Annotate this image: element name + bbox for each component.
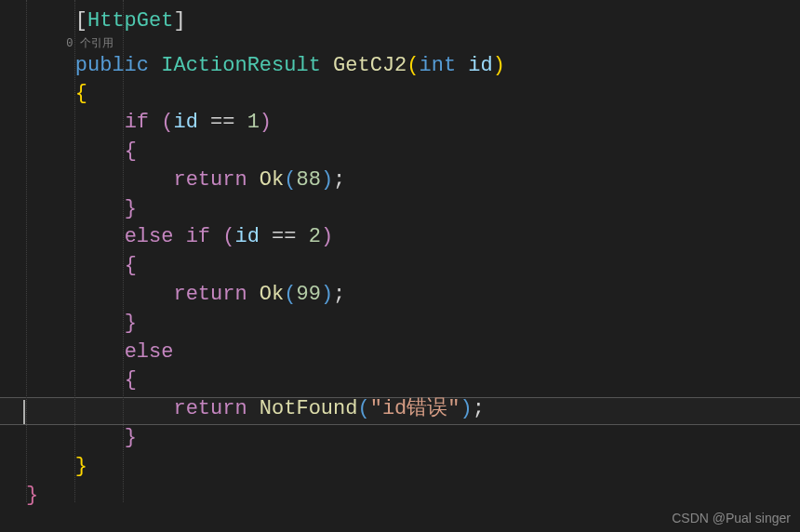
code-line[interactable]: return Ok(88);: [26, 166, 800, 195]
codelens-reference[interactable]: 0 个引用: [26, 36, 800, 52]
code-line[interactable]: {: [26, 138, 800, 166]
attribute-name: HttpGet: [87, 9, 173, 33]
code-line[interactable]: }: [26, 195, 800, 224]
method-ok: Ok: [260, 168, 284, 192]
keyword-int: int: [420, 54, 457, 77]
code-line[interactable]: else if (id == 2): [26, 223, 800, 252]
code-line[interactable]: return Ok(99);: [26, 281, 800, 310]
code-line[interactable]: public IActionResult GetCJ2(int id): [26, 52, 800, 81]
code-line[interactable]: {: [26, 80, 800, 109]
code-line[interactable]: [HttpGet]: [26, 7, 800, 36]
code-line[interactable]: return NotFound("id错误");: [26, 395, 800, 424]
code-line[interactable]: else: [26, 339, 800, 367]
code-editor[interactable]: [HttpGet] 0 个引用 public IActionResult Get…: [0, 0, 800, 510]
code-line[interactable]: {: [26, 366, 800, 395]
type-name: IActionResult: [161, 54, 321, 77]
code-line[interactable]: if (id == 1): [26, 109, 800, 138]
code-line[interactable]: }: [26, 424, 800, 453]
code-line[interactable]: }: [26, 453, 800, 482]
parameter: id: [468, 54, 492, 77]
keyword-if: if: [125, 111, 149, 134]
method-name: GetCJ2: [333, 54, 407, 77]
code-line[interactable]: }: [26, 310, 800, 339]
code-line[interactable]: {: [26, 252, 800, 281]
bracket-open: [: [75, 9, 87, 33]
string-literal: "id错误": [370, 397, 460, 420]
code-line[interactable]: }: [26, 482, 800, 511]
keyword-return: return: [173, 168, 247, 192]
keyword-else: else: [125, 225, 174, 248]
bracket-close: ]: [173, 9, 185, 33]
method-notfound: NotFound: [260, 397, 358, 420]
keyword-public: public: [75, 54, 149, 77]
watermark-text: CSDN @Pual singer: [672, 510, 791, 528]
